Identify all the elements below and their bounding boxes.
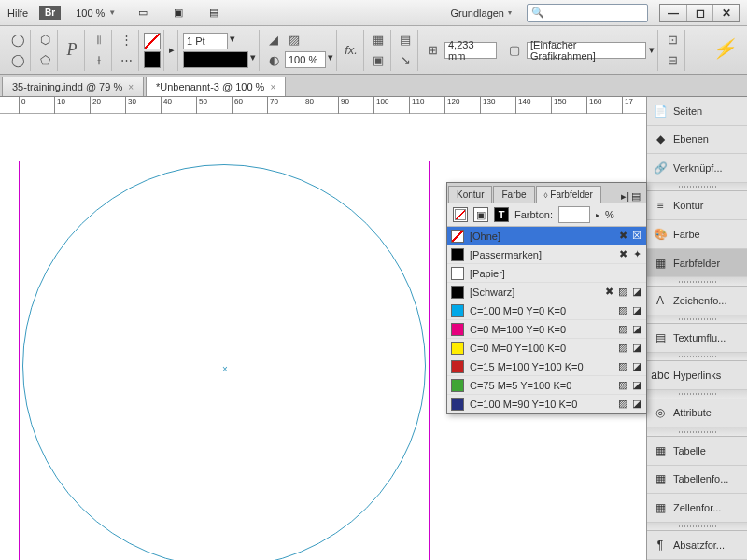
swatch-row[interactable]: [Schwarz]✖▨◪ [447, 283, 646, 301]
arrow-icon[interactable]: ↘ [396, 51, 415, 70]
swatch-row[interactable]: C=15 M=100 Y=100 K=0▨◪ [447, 357, 646, 376]
frame-type-field[interactable]: [Einfacher Grafikrahmen] [527, 42, 646, 59]
panel-attribute[interactable]: ◎Attribute [647, 399, 747, 428]
text-wrap-icon[interactable]: ▤ [396, 31, 415, 49]
tab-close-icon[interactable]: × [270, 82, 275, 92]
panel-farbfelder[interactable]: ▦Farbfelder [647, 249, 747, 278]
swatch-row[interactable]: [Ohne]✖☒ [447, 227, 646, 245]
align-icon[interactable]: ⫴ [90, 31, 108, 49]
panel-icon: ▦ [653, 471, 668, 486]
tab-close-icon[interactable]: × [128, 82, 134, 92]
swatch-row[interactable]: C=100 M=90 Y=10 K=0▨◪ [447, 395, 646, 413]
search-input[interactable]: 🔍 [527, 4, 648, 22]
help-menu[interactable]: Hilfe [7, 7, 28, 19]
color-mode-icon: ▨ [617, 287, 628, 298]
view-mode-3-icon[interactable]: ▤ [202, 3, 226, 23]
color-type-icon: ◪ [631, 343, 642, 354]
swatch-tab[interactable]: ◊ Farbfelder [536, 186, 601, 203]
swatch-row[interactable]: C=0 M=100 Y=0 K=0▨◪ [447, 320, 646, 339]
lock-icon: ✖ [603, 287, 614, 298]
swatch-row[interactable]: C=0 M=0 Y=100 K=0▨◪ [447, 339, 646, 357]
center-marker: × [222, 364, 228, 374]
document-tabs: 35-training.indd @ 79 %×*Unbenannt-3 @ 1… [0, 75, 747, 97]
distribute-icon[interactable]: ⋮ [117, 31, 135, 49]
swatch-panel-tabs: KonturFarbe◊ Farbfelder▸| ▤ [447, 183, 646, 203]
bridge-button[interactable]: Br [39, 6, 61, 20]
fill-black-icon[interactable] [144, 51, 161, 68]
color-type-icon: ◪ [631, 361, 642, 372]
swatch-tab[interactable]: Farbe [493, 186, 534, 203]
zoom-dropdown[interactable]: 100 %▼ [72, 6, 120, 21]
panel-collapse-icon[interactable]: ▸| [621, 190, 629, 203]
view-mode-2-icon[interactable]: ▣ [166, 3, 190, 23]
panel-zeichenfo[interactable]: AZeichenfo... [647, 287, 747, 315]
maximize-button[interactable]: ◻ [686, 5, 712, 21]
tool-icon[interactable]: ⬠ [35, 51, 54, 70]
tint-field[interactable] [558, 206, 590, 223]
paragraph-icon[interactable]: P [63, 41, 81, 60]
stroke-style-field[interactable] [183, 51, 248, 68]
stroke-weight-field[interactable]: 1 Pt [183, 33, 228, 49]
panel-verknpf[interactable]: 🔗Verknüpf... [647, 154, 747, 183]
document-tab[interactable]: 35-training.indd @ 79 %× [2, 77, 144, 96]
panel-icon: ¶ [653, 538, 668, 553]
panel-tabelle[interactable]: ▦Tabelle [647, 437, 747, 466]
width-field[interactable]: 4,233 mm [444, 42, 497, 59]
view-mode-1-icon[interactable]: ▭ [131, 3, 155, 23]
color-type-icon: ◪ [631, 287, 642, 298]
color-type-icon: ◪ [631, 305, 642, 316]
color-mode-icon: ▨ [617, 361, 628, 372]
opacity-field[interactable]: 100 % [285, 51, 326, 68]
registration-icon: ✦ [631, 249, 642, 260]
measure-icon[interactable]: ⊞ [423, 41, 442, 60]
panel-icon: 🎨 [653, 227, 668, 242]
panel-icon: ▦ [653, 500, 668, 515]
color-mode-icon: ▨ [617, 324, 628, 335]
circle-object[interactable] [22, 164, 426, 560]
color-type-icon: ◪ [631, 399, 642, 410]
misc-icon[interactable]: ⊟ [663, 51, 682, 70]
text-wrap-icon[interactable]: ▦ [369, 31, 388, 49]
tint-unit: % [605, 209, 614, 220]
panel-hyperlinks[interactable]: abcHyperlinks [647, 361, 747, 390]
swatch-row[interactable]: C=75 M=5 Y=100 K=0▨◪ [447, 376, 646, 395]
swatch-tab[interactable]: Kontur [448, 186, 492, 203]
minimize-button[interactable]: — [660, 5, 686, 21]
swatch-row[interactable]: [Papier] [447, 264, 646, 283]
gradient-icon[interactable]: ▨ [285, 31, 303, 49]
tint-label: Farbton: [514, 209, 553, 220]
distribute-icon[interactable]: ⋯ [117, 51, 135, 70]
swatch-row[interactable]: C=100 M=0 Y=0 K=0▨◪ [447, 301, 646, 320]
panel-zellenfor[interactable]: ▦Zellenfor... [647, 494, 747, 523]
color-mode-icon: ▨ [617, 343, 628, 354]
panel-icon: ◆ [653, 132, 668, 147]
tool-icon[interactable]: ◯ [8, 31, 27, 49]
misc-icon[interactable]: ⊡ [663, 31, 682, 49]
swatch-row[interactable]: [Passermarken]✖✦ [447, 245, 646, 264]
text-wrap-icon[interactable]: ▣ [369, 51, 388, 70]
opacity-icon[interactable]: ◐ [264, 51, 283, 70]
close-button[interactable]: ✕ [712, 5, 739, 21]
document-tab[interactable]: *Unbenannt-3 @ 100 %× [146, 77, 286, 96]
tool-icon[interactable]: ◯ [8, 51, 27, 70]
formatting-text-icon[interactable]: T [494, 207, 509, 222]
formatting-container-icon[interactable]: ▣ [473, 207, 488, 222]
fx-icon[interactable]: fx. [342, 41, 360, 60]
panel-icon: ◎ [653, 405, 668, 420]
flash-icon: ⚡ [712, 37, 736, 60]
panel-menu-icon[interactable]: ▤ [631, 190, 641, 203]
stroke-none-icon[interactable] [144, 33, 161, 49]
panel-farbe[interactable]: 🎨Farbe [647, 220, 747, 249]
panel-tabellenfo[interactable]: ▦Tabellenfo... [647, 466, 747, 495]
align-icon[interactable]: ⫲ [90, 51, 108, 70]
panel-seiten[interactable]: 📄Seiten [647, 97, 747, 126]
panel-absatzfor[interactable]: ¶Absatzfor... [647, 531, 747, 560]
workspace-dropdown[interactable]: Grundlagen▾ [447, 6, 516, 21]
tool-icon[interactable]: ⬡ [35, 31, 54, 49]
corner-icon[interactable]: ◢ [264, 31, 283, 49]
frame-icon[interactable]: ▢ [505, 41, 524, 60]
panel-kontur[interactable]: ≡Kontur [647, 191, 747, 220]
panel-ebenen[interactable]: ◆Ebenen [647, 126, 747, 155]
fill-stroke-proxy[interactable] [453, 207, 468, 222]
panel-textumflu[interactable]: ▤Textumflu... [647, 324, 747, 353]
